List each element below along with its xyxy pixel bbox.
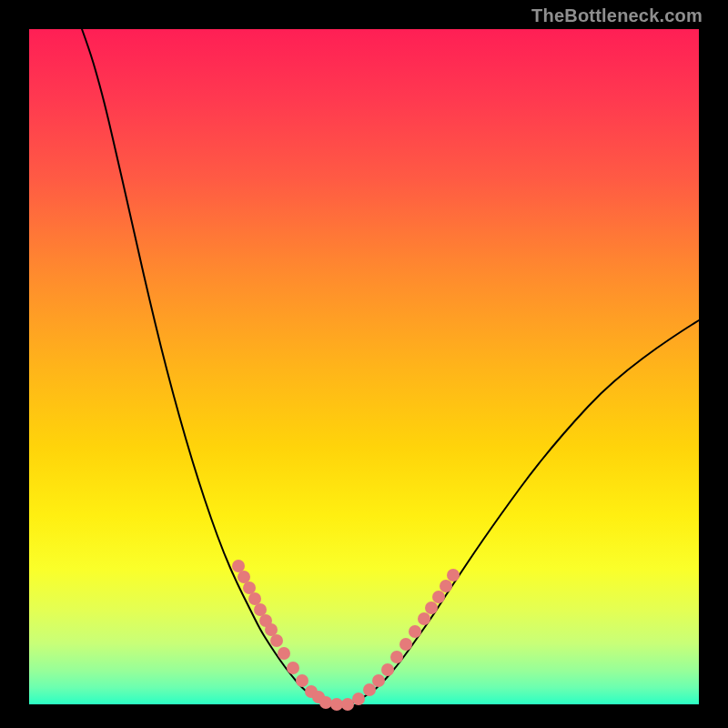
highlight-dot xyxy=(432,591,445,603)
highlight-dot xyxy=(243,581,256,594)
bottleneck-curve xyxy=(82,29,699,704)
highlighted-dots-group xyxy=(232,560,460,711)
chart-svg xyxy=(29,29,699,704)
highlight-dot xyxy=(381,663,394,676)
highlight-dot xyxy=(352,693,365,705)
highlight-dot xyxy=(319,696,332,709)
highlight-dot xyxy=(372,674,385,687)
highlight-dot xyxy=(330,698,343,711)
highlight-dot xyxy=(399,638,412,651)
highlight-dot xyxy=(409,625,421,638)
highlight-dot xyxy=(447,569,460,581)
highlight-dot xyxy=(425,602,438,614)
highlight-dot xyxy=(248,592,261,605)
highlight-dot xyxy=(418,612,430,625)
highlight-dot xyxy=(232,560,245,572)
highlight-dot xyxy=(390,651,403,663)
highlight-dot xyxy=(278,647,290,660)
highlight-dot xyxy=(265,623,278,636)
highlight-dot xyxy=(363,683,376,696)
highlight-dot xyxy=(341,698,354,711)
chart-stage: TheBottleneck.com xyxy=(0,0,728,728)
highlight-dot xyxy=(270,634,283,647)
highlight-dot xyxy=(238,571,250,583)
highlight-dot xyxy=(254,603,267,616)
highlight-dot xyxy=(296,674,308,687)
highlight-dot xyxy=(440,580,452,592)
watermark-text: TheBottleneck.com xyxy=(531,5,703,26)
highlight-dot xyxy=(287,662,299,674)
